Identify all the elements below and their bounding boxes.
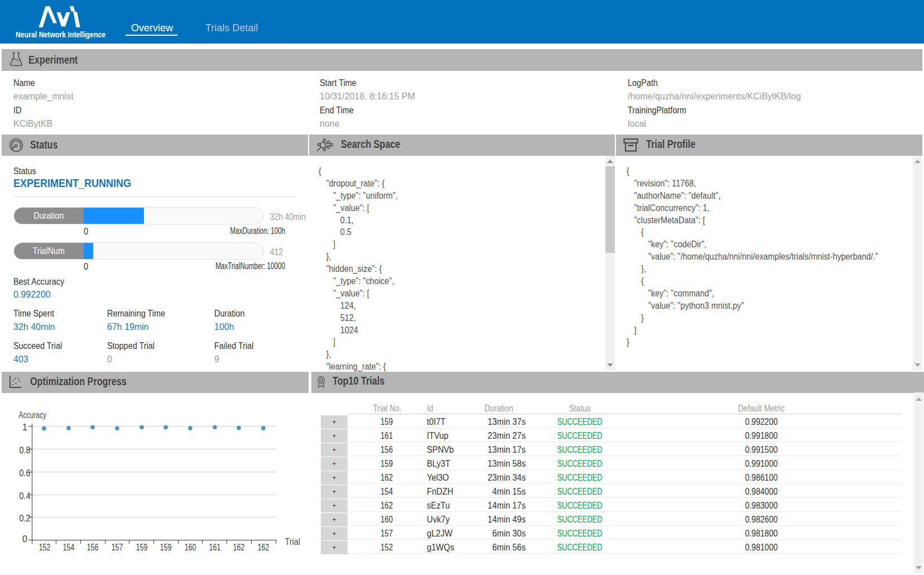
svg-text:159: 159 <box>160 543 172 552</box>
svg-text:156: 156 <box>87 543 99 552</box>
svg-text:0.4: 0.4 <box>20 491 31 501</box>
svg-text:162: 162 <box>233 543 245 552</box>
svg-text:0: 0 <box>22 534 27 544</box>
svg-text:0.2: 0.2 <box>20 514 31 523</box>
svg-text:Trial: Trial <box>285 537 301 547</box>
svg-text:1: 1 <box>22 423 27 432</box>
svg-text:152: 152 <box>39 543 51 552</box>
svg-text:157: 157 <box>112 543 123 552</box>
svg-text:162: 162 <box>258 543 270 552</box>
svg-text:160: 160 <box>185 543 196 552</box>
svg-text:154: 154 <box>63 543 75 552</box>
svg-text:0.6: 0.6 <box>20 468 31 478</box>
svg-text:161: 161 <box>209 543 221 552</box>
svg-text:Accuracy: Accuracy <box>19 410 47 420</box>
svg-text:159: 159 <box>136 543 148 552</box>
svg-text:0.8: 0.8 <box>20 445 31 455</box>
